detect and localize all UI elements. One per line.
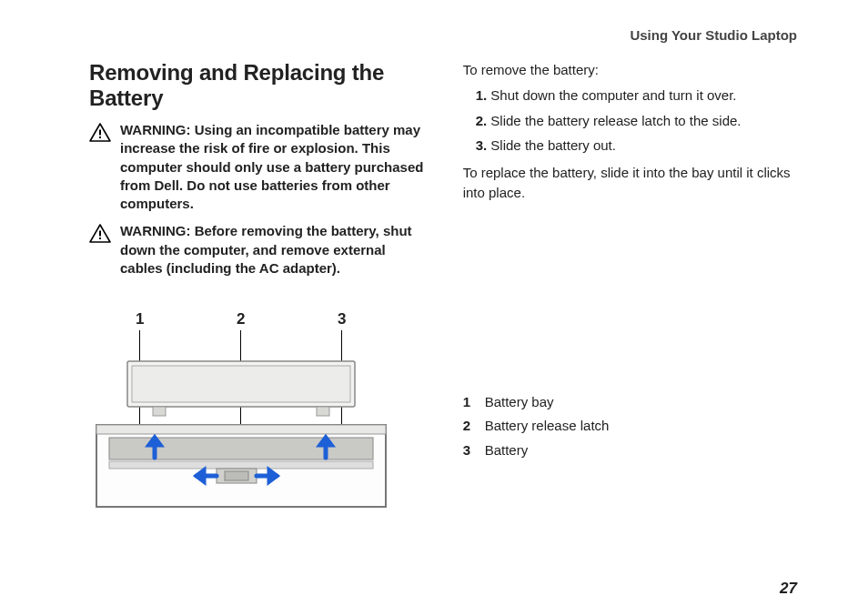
- legend-row-1: 1 Battery bay: [463, 392, 797, 412]
- warning-icon: [89, 123, 111, 143]
- step-2: Slide the battery release latch to the s…: [472, 111, 797, 131]
- section-header: Using Your Studio Laptop: [630, 27, 797, 43]
- legend-row-3: 3 Battery: [463, 440, 797, 460]
- legend-num-2: 2: [463, 416, 474, 436]
- svg-rect-7: [317, 407, 329, 416]
- step-1: Shut down the computer and turn it over.: [472, 86, 797, 106]
- legend-label-3: Battery: [485, 440, 529, 460]
- svg-rect-5: [132, 366, 350, 402]
- svg-rect-1: [99, 136, 101, 138]
- warning-2: WARNING: Before removing the battery, sh…: [89, 222, 430, 278]
- warning-icon: [89, 224, 111, 244]
- svg-rect-2: [99, 231, 101, 237]
- legend-num-1: 1: [463, 392, 474, 412]
- legend-label-2: Battery release latch: [485, 416, 610, 436]
- page-title: Removing and Replacing the Battery: [89, 60, 430, 110]
- svg-rect-9: [96, 425, 386, 434]
- svg-rect-13: [225, 471, 248, 480]
- battery-diagram: 1 2 3: [89, 308, 389, 527]
- step-3: Slide the battery out.: [472, 136, 797, 156]
- svg-rect-0: [99, 130, 101, 136]
- page-number: 27: [780, 580, 797, 598]
- svg-rect-10: [109, 438, 373, 459]
- svg-rect-3: [99, 237, 101, 239]
- svg-rect-6: [153, 407, 166, 416]
- right-column: To remove the battery: Shut down the com…: [463, 60, 797, 527]
- warning-1: WARNING: Using an incompatible battery m…: [89, 121, 430, 213]
- svg-rect-11: [109, 461, 373, 469]
- content-columns: Removing and Replacing the Battery WARNI…: [89, 60, 797, 527]
- legend-num-3: 3: [463, 440, 474, 460]
- callout-2: 2: [237, 308, 245, 331]
- callout-3: 3: [338, 308, 346, 331]
- remove-steps: Shut down the computer and turn it over.…: [472, 86, 797, 156]
- warning-text-2: WARNING: Before removing the battery, sh…: [120, 222, 430, 278]
- callout-1: 1: [136, 308, 144, 331]
- remove-intro: To remove the battery:: [463, 60, 797, 80]
- legend-row-2: 2 Battery release latch: [463, 416, 797, 436]
- legend-label-1: Battery bay: [485, 392, 554, 412]
- diagram-svg: [89, 354, 389, 518]
- replace-text: To replace the battery, slide it into th…: [463, 163, 797, 203]
- left-column: Removing and Replacing the Battery WARNI…: [89, 60, 430, 527]
- diagram-legend: 1 Battery bay 2 Battery release latch 3 …: [463, 392, 797, 460]
- warning-text-1: WARNING: Using an incompatible battery m…: [120, 121, 430, 213]
